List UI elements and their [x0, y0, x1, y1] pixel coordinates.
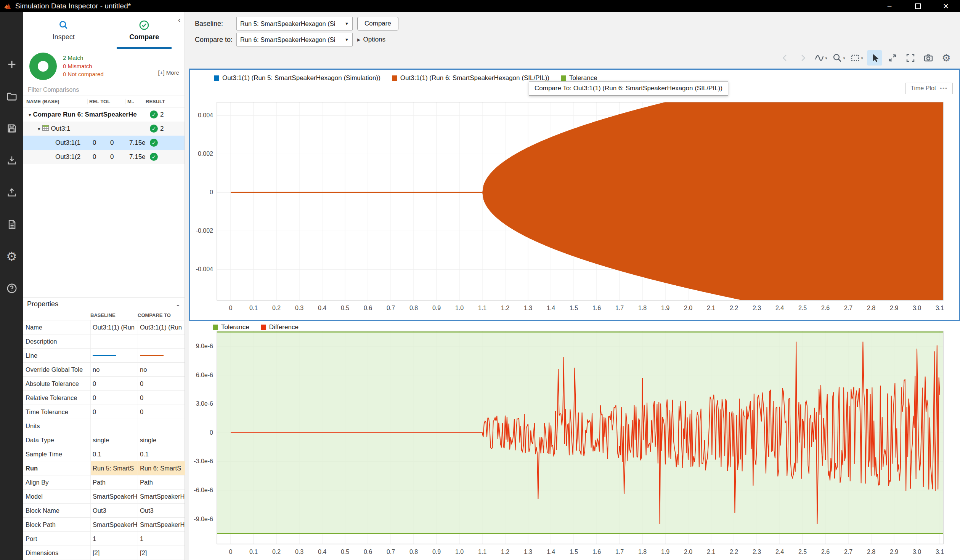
mismatch-count: 0 Mismatch [63, 63, 104, 70]
property-compare-value: Out3:1(1) (Run [138, 320, 185, 334]
pointer-tool-button[interactable] [867, 50, 882, 66]
minimize-button[interactable]: – [875, 0, 904, 12]
col-name-base[interactable]: NAME (BASE) [26, 99, 87, 104]
export-button[interactable] [4, 185, 19, 200]
chevron-right-icon [798, 53, 807, 62]
chevron-down-icon: ▾ [843, 56, 845, 60]
property-row[interactable]: Units [23, 419, 185, 433]
snapshot-button[interactable] [921, 50, 936, 66]
comparison-row[interactable]: Out3:1(1007.15e✓ [23, 136, 185, 150]
compare-to-label: Compare to: [195, 36, 236, 44]
not-compared-count: 0 Not compared [63, 71, 104, 78]
property-row[interactable]: Description [23, 334, 185, 349]
tree-expand-caret-icon[interactable]: ▾ [29, 112, 31, 118]
svg-text:0.9: 0.9 [432, 305, 441, 311]
history-back-button[interactable] [777, 50, 793, 66]
legend-item: Tolerance [561, 74, 597, 82]
property-row[interactable]: Block PathSmartSpeakerHSmartSpeakerH [23, 518, 185, 532]
comparison-row[interactable]: ▾Compare Run 6: SmartSpeakerHe✓2 [23, 107, 185, 122]
svg-text:3.0: 3.0 [913, 305, 921, 311]
svg-text:0.8: 0.8 [409, 305, 418, 311]
compare-button[interactable]: Compare [357, 17, 398, 30]
tab-inspect[interactable]: Inspect [23, 12, 104, 49]
export-icon [6, 187, 17, 198]
collapse-properties-chevron-icon[interactable]: ⌄ [175, 300, 181, 308]
property-row[interactable]: RunRun 5: SmartSRun 6: SmartS [23, 461, 185, 475]
property-row[interactable]: Absolute Tolerance00 [23, 377, 185, 391]
fullscreen-button[interactable] [903, 50, 918, 66]
time-plot-badge[interactable]: Time Plot ••• [905, 83, 953, 94]
compare-to-select[interactable]: Run 6: SmartSpeakerHexagon (Si ▼ [236, 33, 353, 46]
maximize-icon [915, 3, 921, 9]
fit-to-view-button[interactable] [885, 50, 900, 66]
property-compare-value: single [138, 433, 185, 447]
time-plot-canvas[interactable]: 00.10.20.30.40.50.60.70.80.91.01.11.21.3… [190, 70, 959, 320]
zoom-button[interactable]: ▾ [831, 50, 846, 66]
svg-text:0.2: 0.2 [272, 549, 281, 555]
property-label: Relative Tolerance [26, 394, 90, 402]
zoom-region-button[interactable]: ▾ [849, 50, 864, 66]
plot-settings-button[interactable]: ⚙ [939, 50, 954, 66]
properties-table-body: NameOut3:1(1) (RunOut3:1(1) (RunDescript… [23, 320, 185, 560]
property-row[interactable]: Override Global Tolenono [23, 363, 185, 377]
wave-icon [814, 53, 824, 63]
property-row[interactable]: Port11 [23, 532, 185, 546]
property-row[interactable]: Data Typesinglesingle [23, 433, 185, 447]
properties-header[interactable]: Properties ⌄ [23, 298, 185, 310]
history-forward-button[interactable] [795, 50, 811, 66]
comparison-row[interactable]: ▾Out3:1✓2 [23, 122, 185, 136]
tree-expand-caret-icon[interactable]: ▾ [38, 126, 40, 132]
options-toggle[interactable]: ▶ Options [357, 36, 385, 43]
svg-text:0.5: 0.5 [341, 549, 349, 555]
more-link[interactable]: [+] More [158, 69, 179, 76]
import-button[interactable] [4, 153, 19, 168]
property-row[interactable]: Line [23, 349, 185, 363]
tab-compare[interactable]: Compare [104, 12, 185, 49]
property-baseline-value: 0 [90, 405, 138, 419]
signal-style-button[interactable]: ▾ [813, 50, 828, 66]
svg-text:0.002: 0.002 [198, 150, 213, 157]
property-row[interactable]: Dimensions[2][2] [23, 546, 185, 560]
camera-icon [923, 53, 933, 63]
svg-text:3.1: 3.1 [936, 549, 944, 555]
property-row[interactable]: ModelSmartSpeakerHSmartSpeakerH [23, 490, 185, 504]
svg-text:-0.004: -0.004 [196, 266, 213, 272]
maximize-button[interactable] [904, 0, 932, 12]
col-result[interactable]: RESULT [144, 99, 185, 104]
add-button[interactable] [4, 57, 19, 72]
svg-text:1.9: 1.9 [661, 549, 669, 555]
baseline-select[interactable]: Run 5: SmartSpeakerHexagon (Si ▼ [236, 17, 353, 30]
svg-text:1.2: 1.2 [501, 305, 509, 311]
filter-bar [23, 84, 185, 96]
close-button[interactable]: ✕ [932, 0, 960, 12]
svg-text:2.6: 2.6 [821, 305, 830, 311]
property-row[interactable]: Align ByPathPath [23, 475, 185, 490]
svg-text:9.0e-6: 9.0e-6 [196, 343, 213, 349]
property-row[interactable]: Time Tolerance00 [23, 405, 185, 419]
svg-text:1.3: 1.3 [524, 305, 532, 311]
open-button[interactable] [4, 89, 19, 104]
plot-menu-dots-icon[interactable]: ••• [940, 85, 948, 91]
help-button[interactable] [4, 281, 19, 296]
zoom-icon [832, 53, 842, 63]
svg-text:2.3: 2.3 [753, 305, 761, 311]
difference-plot-panel[interactable]: 00.10.20.30.40.50.60.70.80.91.01.11.21.3… [189, 321, 960, 560]
col-rel-tol[interactable]: REL TOL [87, 99, 125, 104]
properties-title: Properties [27, 300, 58, 308]
col-max-diff[interactable]: M.. [125, 99, 144, 104]
time-plot-panel[interactable]: 00.10.20.30.40.50.60.70.80.91.01.11.21.3… [189, 69, 960, 321]
preferences-button[interactable]: ⚙ [4, 249, 19, 264]
fullscreen-icon [905, 53, 915, 63]
result-cell: ✓2 [150, 110, 185, 118]
difference-plot-canvas[interactable]: 00.10.20.30.40.50.60.70.80.91.01.11.21.3… [189, 321, 960, 560]
window-title: Simulation Data Inspector - untitled* [15, 2, 131, 10]
property-row[interactable]: Relative Tolerance00 [23, 391, 185, 405]
save-button[interactable] [4, 121, 19, 136]
property-row[interactable]: NameOut3:1(1) (RunOut3:1(1) (Run [23, 320, 185, 334]
property-row[interactable]: Block NameOut3Out3 [23, 504, 185, 518]
collapse-sidebar-chevron-icon[interactable]: ‹ [178, 16, 181, 24]
comparison-row[interactable]: Out3:1(2007.15e✓ [23, 150, 185, 164]
property-row[interactable]: Sample Time0.10.1 [23, 447, 185, 461]
filter-input[interactable] [28, 86, 180, 93]
report-button[interactable] [4, 217, 19, 232]
